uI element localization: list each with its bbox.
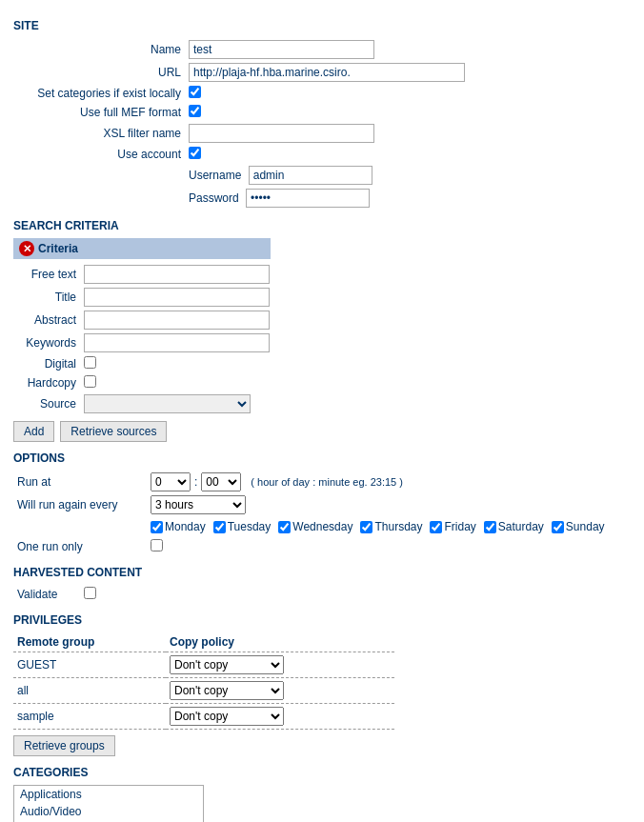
options-section-title: OPTIONS xyxy=(13,451,631,465)
search-criteria-section-title: SEARCH CRITERIA xyxy=(13,219,631,232)
site-section-title: SITE xyxy=(13,19,631,32)
copy-policy-header: Copy policy xyxy=(166,632,394,652)
xsl-filter-label: XSL filter name xyxy=(13,122,185,145)
validate-checkbox[interactable] xyxy=(84,587,96,599)
name-input[interactable] xyxy=(189,40,374,59)
saturday-day: Saturday xyxy=(484,520,544,533)
wednesday-day: Wednesday xyxy=(278,520,352,533)
time-hint: ( hour of day : minute eg. 23:15 ) xyxy=(251,476,403,488)
retrieve-groups-button[interactable]: Retrieve groups xyxy=(13,735,115,756)
set-categories-label: Set categories if exist locally xyxy=(13,84,185,103)
url-label: URL xyxy=(13,61,185,84)
add-button[interactable]: Add xyxy=(13,421,54,442)
digital-checkbox[interactable] xyxy=(84,356,96,369)
use-account-label: Use account xyxy=(13,145,185,164)
site-form: Name URL Set categories if exist locally… xyxy=(13,38,631,210)
username-input[interactable] xyxy=(249,166,372,185)
url-input[interactable] xyxy=(189,63,465,82)
criteria-label: Criteria xyxy=(38,242,78,255)
priv-guest-label: GUEST xyxy=(13,652,166,678)
monday-checkbox[interactable] xyxy=(151,521,163,533)
options-form: Run at 0 1 2 : 00 15 30 45 ( hour of xyxy=(13,471,631,556)
username-text-label: Username xyxy=(189,169,241,182)
sunday-label: Sunday xyxy=(566,520,605,533)
priv-sample-select[interactable]: Don't copy Copy if not exists Overwrite … xyxy=(170,707,284,726)
colon-separator: : xyxy=(194,475,197,489)
remote-group-header: Remote group xyxy=(13,632,166,652)
monday-label: Monday xyxy=(165,520,206,533)
minute-select[interactable]: 00 15 30 45 xyxy=(201,472,241,491)
privileges-section-title: PRIVILEGES xyxy=(13,613,631,627)
criteria-header: ✕ Criteria xyxy=(13,238,271,259)
xsl-filter-input[interactable] xyxy=(189,124,374,143)
use-mef-checkbox[interactable] xyxy=(189,105,201,117)
username-label xyxy=(13,164,185,187)
wednesday-checkbox[interactable] xyxy=(278,521,291,533)
harvested-content-section-title: HARVESTED CONTENT xyxy=(13,566,631,579)
title-label: Title xyxy=(13,286,80,309)
keywords-label: Keywords xyxy=(13,331,80,354)
priv-guest-select[interactable]: Don't copy Copy if not exists Overwrite … xyxy=(170,655,284,674)
friday-checkbox[interactable] xyxy=(430,521,442,533)
criteria-close-icon[interactable]: ✕ xyxy=(19,241,34,256)
retrieve-groups-button-row: Retrieve groups xyxy=(13,735,631,756)
privileges-table: Remote group Copy policy GUEST Don't cop… xyxy=(13,632,394,730)
source-label: Source xyxy=(13,392,80,415)
digital-label: Digital xyxy=(13,354,80,373)
category-item-1[interactable]: Audio/Video xyxy=(14,803,203,820)
title-input[interactable] xyxy=(84,288,270,307)
abstract-label: Abstract xyxy=(13,309,80,331)
days-row: Monday Tuesday Wednesday Thursday xyxy=(151,518,627,535)
tuesday-day: Tuesday xyxy=(213,520,272,533)
search-criteria-form: Free text Title Abstract Keywords Digita… xyxy=(13,263,631,415)
will-run-label: Will run again every xyxy=(13,493,147,516)
thursday-day: Thursday xyxy=(360,520,422,533)
tuesday-checkbox[interactable] xyxy=(213,521,226,533)
priv-row-guest: GUEST Don't copy Copy if not exists Over… xyxy=(13,652,394,678)
friday-day: Friday xyxy=(430,520,475,533)
priv-row-all: all Don't copy Copy if not exists Overwr… xyxy=(13,678,394,704)
free-text-input[interactable] xyxy=(84,265,270,284)
saturday-label: Saturday xyxy=(498,520,544,533)
wednesday-label: Wednesday xyxy=(292,520,352,533)
categories-list[interactable]: ApplicationsAudio/VideoCase studies, bes… xyxy=(13,785,204,822)
one-run-only-label: One run only xyxy=(13,537,147,556)
category-item-0[interactable]: Applications xyxy=(14,786,203,803)
priv-all-label: all xyxy=(13,678,166,704)
free-text-label: Free text xyxy=(13,263,80,286)
thursday-label: Thursday xyxy=(374,520,422,533)
retrieve-sources-button[interactable]: Retrieve sources xyxy=(60,421,167,442)
priv-sample-label: sample xyxy=(13,704,166,730)
use-account-checkbox[interactable] xyxy=(189,147,201,159)
hour-select[interactable]: 0 1 2 xyxy=(151,472,191,491)
password-text-label: Password xyxy=(189,191,239,205)
monday-day: Monday xyxy=(151,520,206,533)
thursday-checkbox[interactable] xyxy=(360,521,372,533)
set-categories-checkbox[interactable] xyxy=(189,86,201,98)
use-mef-label: Use full MEF format xyxy=(13,103,185,122)
saturday-checkbox[interactable] xyxy=(484,521,496,533)
priv-row-sample: sample Don't copy Copy if not exists Ove… xyxy=(13,704,394,730)
hardcopy-label: Hardcopy xyxy=(13,373,80,392)
friday-label: Friday xyxy=(444,520,475,533)
keywords-input[interactable] xyxy=(84,333,270,352)
source-select[interactable] xyxy=(84,394,251,413)
sunday-checkbox[interactable] xyxy=(552,521,564,533)
run-at-label: Run at xyxy=(13,471,147,493)
categories-section-title: CATEGORIES xyxy=(13,766,631,779)
priv-all-select[interactable]: Don't copy Copy if not exists Overwrite … xyxy=(170,681,284,700)
criteria-button-row: Add Retrieve sources xyxy=(13,421,631,442)
one-run-only-checkbox[interactable] xyxy=(151,539,163,551)
frequency-select[interactable]: 1 hour 2 hours 3 hours 6 hours 12 hours … xyxy=(151,495,246,514)
name-label: Name xyxy=(13,38,185,61)
harvested-content-form: Validate xyxy=(13,585,631,604)
sunday-day: Sunday xyxy=(552,520,605,533)
tuesday-label: Tuesday xyxy=(228,520,272,533)
password-input[interactable] xyxy=(246,189,370,208)
abstract-input[interactable] xyxy=(84,311,270,330)
validate-label: Validate xyxy=(13,585,80,604)
password-label xyxy=(13,187,185,210)
hardcopy-checkbox[interactable] xyxy=(84,375,96,388)
